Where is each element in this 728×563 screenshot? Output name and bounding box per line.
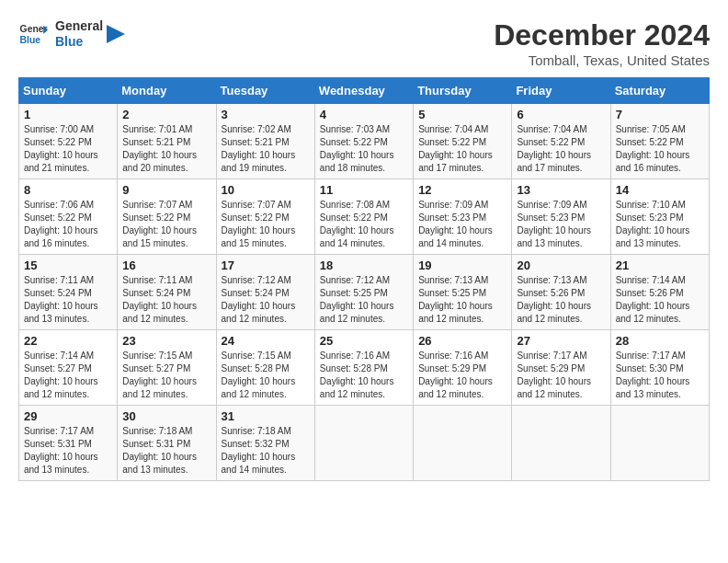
calendar-cell: 16 Sunrise: 7:11 AMSunset: 5:24 PMDaylig…: [118, 255, 216, 330]
calendar-cell: [414, 406, 512, 481]
svg-marker-3: [107, 25, 125, 43]
day-number: 21: [616, 259, 704, 272]
calendar-header-wednesday: Wednesday: [314, 78, 413, 104]
calendar-header-tuesday: Tuesday: [216, 78, 314, 104]
day-info: Sunrise: 7:11 AMSunset: 5:24 PMDaylight:…: [24, 275, 98, 324]
calendar-cell: 21 Sunrise: 7:14 AMSunset: 5:26 PMDaylig…: [610, 255, 709, 330]
calendar-cell: [610, 406, 709, 481]
calendar-month-title: December 2024: [494, 18, 710, 52]
day-number: 23: [122, 334, 210, 348]
day-info: Sunrise: 7:04 AMSunset: 5:22 PMDaylight:…: [418, 124, 493, 173]
calendar-cell: 7 Sunrise: 7:05 AMSunset: 5:22 PMDayligh…: [610, 104, 709, 179]
day-number: 17: [222, 259, 310, 272]
calendar-cell: 31 Sunrise: 7:18 AMSunset: 5:32 PMDaylig…: [216, 406, 314, 481]
day-info: Sunrise: 7:15 AMSunset: 5:27 PMDaylight:…: [122, 350, 197, 399]
day-number: 13: [517, 183, 605, 197]
logo-general: General: [55, 18, 103, 34]
day-info: Sunrise: 7:16 AMSunset: 5:29 PMDaylight:…: [418, 350, 493, 399]
day-number: 11: [320, 183, 408, 197]
logo-blue: Blue: [55, 34, 103, 50]
day-number: 3: [222, 108, 310, 121]
day-info: Sunrise: 7:01 AMSunset: 5:21 PMDaylight:…: [122, 124, 197, 173]
day-info: Sunrise: 7:17 AMSunset: 5:31 PMDaylight:…: [24, 426, 98, 475]
day-number: 19: [418, 259, 506, 272]
page-header: General Blue General Blue December 2024 …: [18, 18, 710, 68]
calendar-week-row: 29 Sunrise: 7:17 AMSunset: 5:31 PMDaylig…: [19, 406, 710, 481]
calendar-cell: 2 Sunrise: 7:01 AMSunset: 5:21 PMDayligh…: [118, 104, 216, 179]
day-info: Sunrise: 7:14 AMSunset: 5:26 PMDaylight:…: [616, 275, 690, 324]
svg-text:Blue: Blue: [20, 34, 41, 44]
day-number: 7: [616, 108, 704, 121]
calendar-week-row: 15 Sunrise: 7:11 AMSunset: 5:24 PMDaylig…: [19, 255, 710, 330]
day-info: Sunrise: 7:05 AMSunset: 5:22 PMDaylight:…: [616, 124, 690, 173]
day-info: Sunrise: 7:16 AMSunset: 5:28 PMDaylight:…: [320, 350, 394, 399]
day-number: 8: [24, 183, 112, 197]
calendar-cell: 20 Sunrise: 7:13 AMSunset: 5:26 PMDaylig…: [512, 255, 610, 330]
day-info: Sunrise: 7:15 AMSunset: 5:28 PMDaylight:…: [222, 350, 296, 399]
calendar-cell: 8 Sunrise: 7:06 AMSunset: 5:22 PMDayligh…: [19, 179, 118, 255]
day-number: 26: [418, 334, 506, 348]
calendar-cell: 24 Sunrise: 7:15 AMSunset: 5:28 PMDaylig…: [216, 330, 314, 406]
calendar-header-saturday: Saturday: [610, 78, 709, 104]
day-number: 10: [222, 183, 310, 197]
calendar-cell: 14 Sunrise: 7:10 AMSunset: 5:23 PMDaylig…: [610, 179, 709, 255]
day-number: 12: [418, 183, 506, 197]
day-number: 1: [24, 108, 112, 121]
calendar-cell: 13 Sunrise: 7:09 AMSunset: 5:23 PMDaylig…: [512, 179, 610, 255]
calendar-table: SundayMondayTuesdayWednesdayThursdayFrid…: [18, 77, 710, 481]
day-number: 28: [616, 334, 704, 348]
day-info: Sunrise: 7:02 AMSunset: 5:21 PMDaylight:…: [222, 124, 296, 173]
calendar-cell: 10 Sunrise: 7:07 AMSunset: 5:22 PMDaylig…: [216, 179, 314, 255]
calendar-cell: 5 Sunrise: 7:04 AMSunset: 5:22 PMDayligh…: [414, 104, 512, 179]
day-number: 14: [616, 183, 704, 197]
logo-arrow-icon: [107, 25, 125, 43]
calendar-cell: 29 Sunrise: 7:17 AMSunset: 5:31 PMDaylig…: [19, 406, 118, 481]
calendar-cell: [314, 406, 413, 481]
day-info: Sunrise: 7:18 AMSunset: 5:32 PMDaylight:…: [222, 426, 296, 475]
day-number: 6: [517, 108, 605, 121]
day-number: 24: [222, 334, 310, 348]
day-info: Sunrise: 7:14 AMSunset: 5:27 PMDaylight:…: [24, 350, 98, 399]
calendar-cell: 18 Sunrise: 7:12 AMSunset: 5:25 PMDaylig…: [314, 255, 413, 330]
day-info: Sunrise: 7:18 AMSunset: 5:31 PMDaylight:…: [122, 426, 197, 475]
calendar-header-friday: Friday: [512, 78, 610, 104]
day-number: 27: [517, 334, 605, 348]
day-number: 15: [24, 259, 112, 272]
day-info: Sunrise: 7:08 AMSunset: 5:22 PMDaylight:…: [320, 200, 394, 248]
calendar-cell: 26 Sunrise: 7:16 AMSunset: 5:29 PMDaylig…: [414, 330, 512, 406]
calendar-cell: 1 Sunrise: 7:00 AMSunset: 5:22 PMDayligh…: [19, 104, 118, 179]
day-info: Sunrise: 7:04 AMSunset: 5:22 PMDaylight:…: [517, 124, 591, 173]
calendar-cell: 27 Sunrise: 7:17 AMSunset: 5:29 PMDaylig…: [512, 330, 610, 406]
calendar-cell: 11 Sunrise: 7:08 AMSunset: 5:22 PMDaylig…: [314, 179, 413, 255]
calendar-cell: 15 Sunrise: 7:11 AMSunset: 5:24 PMDaylig…: [19, 255, 118, 330]
calendar-cell: 30 Sunrise: 7:18 AMSunset: 5:31 PMDaylig…: [118, 406, 216, 481]
day-info: Sunrise: 7:11 AMSunset: 5:24 PMDaylight:…: [122, 275, 197, 324]
day-number: 31: [222, 409, 310, 423]
day-info: Sunrise: 7:00 AMSunset: 5:22 PMDaylight:…: [24, 124, 98, 173]
calendar-cell: 17 Sunrise: 7:12 AMSunset: 5:24 PMDaylig…: [216, 255, 314, 330]
day-info: Sunrise: 7:12 AMSunset: 5:25 PMDaylight:…: [320, 275, 394, 324]
day-info: Sunrise: 7:07 AMSunset: 5:22 PMDaylight:…: [222, 200, 296, 248]
day-info: Sunrise: 7:03 AMSunset: 5:22 PMDaylight:…: [320, 124, 394, 173]
calendar-week-row: 1 Sunrise: 7:00 AMSunset: 5:22 PMDayligh…: [19, 104, 710, 179]
calendar-location: Tomball, Texas, United States: [494, 52, 710, 68]
calendar-header-monday: Monday: [118, 78, 216, 104]
calendar-cell: 9 Sunrise: 7:07 AMSunset: 5:22 PMDayligh…: [118, 179, 216, 255]
day-number: 25: [320, 334, 408, 348]
day-number: 29: [24, 409, 112, 423]
day-number: 9: [122, 183, 210, 197]
day-info: Sunrise: 7:07 AMSunset: 5:22 PMDaylight:…: [122, 200, 197, 248]
calendar-header-sunday: Sunday: [19, 78, 118, 104]
calendar-cell: 19 Sunrise: 7:13 AMSunset: 5:25 PMDaylig…: [414, 255, 512, 330]
day-info: Sunrise: 7:13 AMSunset: 5:25 PMDaylight:…: [418, 275, 493, 324]
day-number: 30: [122, 409, 210, 423]
calendar-cell: [512, 406, 610, 481]
day-number: 16: [122, 259, 210, 272]
day-info: Sunrise: 7:09 AMSunset: 5:23 PMDaylight:…: [517, 200, 591, 248]
calendar-header-row: SundayMondayTuesdayWednesdayThursdayFrid…: [19, 78, 710, 104]
day-info: Sunrise: 7:09 AMSunset: 5:23 PMDaylight:…: [418, 200, 493, 248]
calendar-cell: 22 Sunrise: 7:14 AMSunset: 5:27 PMDaylig…: [19, 330, 118, 406]
day-number: 18: [320, 259, 408, 272]
day-info: Sunrise: 7:10 AMSunset: 5:23 PMDaylight:…: [616, 200, 690, 248]
logo: General Blue General Blue: [18, 18, 125, 50]
